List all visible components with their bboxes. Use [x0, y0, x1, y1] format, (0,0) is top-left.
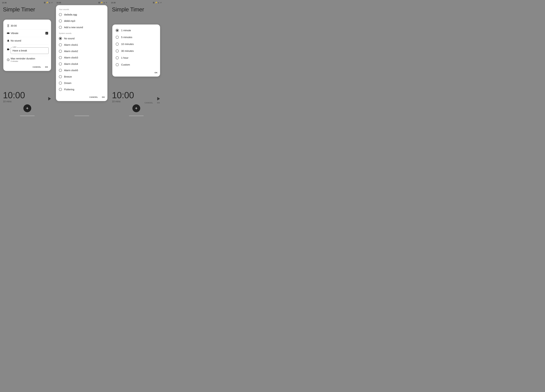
duration-label-10min: 10 minutes: [121, 43, 134, 46]
system-sounds-label: System sounds: [56, 31, 107, 35]
settings-dialog: 30:00 Vibrate ✓ No sound: [3, 20, 51, 71]
sound-label-alarm2: Alarm clock2: [64, 50, 78, 53]
vibrate-row[interactable]: Vibrate ✓: [6, 30, 49, 36]
sound-item-dididi[interactable]: dididi.mp3: [56, 18, 107, 24]
reminder-row[interactable]: Max reminder duration 5 minutes: [6, 56, 49, 63]
radio-alarm2[interactable]: [59, 50, 62, 53]
radio-dididi[interactable]: [59, 19, 62, 22]
duration-label-custom: Custom: [121, 63, 130, 66]
ok-button-duration[interactable]: OK: [154, 71, 158, 75]
sound-label-alarm3: Alarm clock3: [64, 56, 78, 59]
left-panel: 15:36 🖼 🔑 ▲ ↺ Simple Timer 30:00 Vibrate…: [0, 0, 55, 118]
radio-breeze[interactable]: [59, 75, 62, 78]
middle-panel: 15:35 🖼 🔑 ▲ ↺ Your sounds dadada.ogg did…: [55, 0, 109, 118]
radio-custom[interactable]: [116, 63, 119, 66]
duration-item-custom[interactable]: Custom: [112, 61, 160, 68]
play-button-left[interactable]: [48, 97, 52, 101]
ok-button-left[interactable]: OK: [45, 65, 49, 69]
bell-icon: [6, 39, 11, 42]
sound-item-breeze[interactable]: Breeze: [56, 74, 107, 80]
duration-item-1hour[interactable]: 1 hour: [112, 54, 160, 61]
right-panel: 15:35 🖼 🔑 ▲ ↺ Simple Timer 1 minute 5 mi…: [109, 0, 163, 118]
key-icon-r: 🔑: [155, 2, 157, 4]
duration-dialog: 1 minute 5 minutes 10 minutes 30 minutes…: [112, 25, 160, 77]
photo-icon: 🖼: [44, 2, 45, 4]
timer-value: 30:00: [11, 24, 49, 27]
radio-5min[interactable]: [116, 36, 119, 39]
sound-item-alarm5[interactable]: Alarm clock5: [56, 67, 107, 74]
sound-item-fluttering[interactable]: Fluttering: [56, 86, 107, 93]
timer-row: 30:00: [6, 23, 49, 29]
play-triangle-icon-right: [157, 97, 160, 100]
sound-item-dadada[interactable]: dadada.ogg: [56, 11, 107, 18]
radio-alarm3[interactable]: [59, 56, 62, 59]
sound-item-alarm3[interactable]: Alarm clock3: [56, 54, 107, 61]
duration-item-5min[interactable]: 5 minutes: [112, 34, 160, 41]
photo-icon-r: 🖼: [153, 2, 155, 4]
cancel-button-sound[interactable]: CANCEL: [89, 95, 99, 99]
wifi-icon-m: ▲: [103, 2, 105, 4]
radio-add-new[interactable]: [59, 26, 62, 29]
sound-item-alarm2[interactable]: Alarm clock2: [56, 48, 107, 54]
duration-item-1min[interactable]: 1 minute: [112, 27, 160, 34]
sound-row[interactable]: No sound: [6, 37, 49, 44]
duration-item-30min[interactable]: 30 minutes: [112, 48, 160, 54]
radio-alarm4[interactable]: [59, 62, 62, 65]
radio-fluttering[interactable]: [59, 88, 62, 91]
radio-1min[interactable]: [116, 29, 119, 32]
sound-item-no-sound[interactable]: No sound: [56, 35, 107, 42]
duration-bottom-actions: CANCEL OK: [144, 101, 161, 105]
play-button-right[interactable]: [157, 97, 161, 101]
status-bar-right: 15:35 🖼 🔑 ▲ ↺: [109, 0, 163, 4]
timer-display-right: 10:00 10 mins: [112, 91, 134, 103]
vibrate-label: Vibrate: [11, 32, 45, 35]
sound-item-alarm4[interactable]: Alarm clock4: [56, 61, 107, 67]
ok-button-duration2[interactable]: OK: [156, 101, 161, 105]
app-title-right: Simple Timer: [109, 4, 147, 13]
sync-icon-m: ↺: [106, 2, 107, 4]
fab-right[interactable]: +: [132, 104, 140, 112]
status-bar-left: 15:36 🖼 🔑 ▲ ↺: [0, 0, 55, 4]
sound-item-dream[interactable]: Dream: [56, 80, 107, 86]
sound-label-breeze: Breeze: [64, 75, 72, 78]
sound-item-alarm1[interactable]: Alarm clock1: [56, 42, 107, 48]
your-sounds-label: Your sounds: [56, 8, 107, 11]
label-input-wrap: Label: [11, 47, 49, 54]
sound-dialog: Your sounds dadada.ogg dididi.mp3 Add a …: [56, 5, 107, 101]
sound-item-add-new[interactable]: Add a new sound: [56, 24, 107, 31]
radio-alarm1[interactable]: [59, 43, 62, 46]
sync-icon-r: ↺: [160, 2, 161, 4]
app-title-left: Simple Timer: [0, 4, 38, 13]
sound-label: No sound: [11, 39, 49, 42]
label-input-container: Label: [11, 47, 49, 54]
sound-label-alarm5: Alarm clock5: [64, 69, 78, 72]
reminder-content: Max reminder duration 5 minutes: [11, 57, 49, 62]
timer-time-left: 10:00: [3, 91, 25, 100]
nav-indicator-left: [20, 116, 35, 116]
timer-display-left: 10:00 10 mins: [3, 91, 25, 103]
wifi-icon-r: ▲: [158, 2, 160, 4]
label-input[interactable]: [11, 47, 49, 54]
wifi-icon: ▲: [49, 2, 50, 4]
radio-1hour[interactable]: [116, 56, 119, 59]
vibrate-checkbox[interactable]: ✓: [45, 32, 49, 35]
radio-30min[interactable]: [116, 50, 119, 52]
cancel-button-left[interactable]: CANCEL: [32, 65, 42, 69]
radio-inner-no-sound: [60, 38, 61, 39]
radio-alarm5[interactable]: [59, 69, 62, 72]
duration-item-10min[interactable]: 10 minutes: [112, 41, 160, 48]
radio-dadada[interactable]: [59, 13, 62, 16]
status-icons-middle: 🖼 🔑 ▲ ↺: [98, 2, 107, 4]
radio-no-sound[interactable]: [59, 37, 62, 40]
fab-left[interactable]: +: [23, 104, 31, 112]
sound-label-dididi: dididi.mp3: [64, 20, 75, 22]
photo-icon-m: 🖼: [98, 2, 100, 4]
duration-label-30min: 30 minutes: [121, 50, 134, 52]
label-float-text: Label: [12, 46, 17, 48]
cancel-button-duration[interactable]: CANCEL: [144, 101, 154, 105]
radio-dream[interactable]: [59, 81, 62, 85]
status-time-left: 15:36: [2, 2, 7, 4]
radio-10min[interactable]: [116, 43, 119, 46]
sound-label-alarm4: Alarm clock4: [64, 62, 78, 65]
ok-button-sound[interactable]: OK: [101, 95, 105, 99]
